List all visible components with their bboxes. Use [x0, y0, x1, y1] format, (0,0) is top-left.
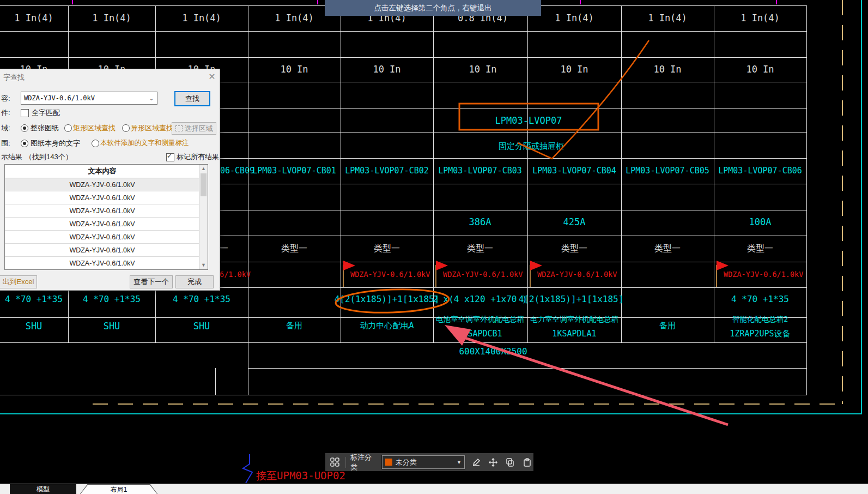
- cable-label: WDZA-YJV-0.6/1.0kV: [724, 270, 803, 279]
- content-label: 容:: [1, 94, 10, 104]
- grid-line: [527, 5, 528, 342]
- view-next-button[interactable]: 查看下一个: [130, 275, 173, 288]
- grid-icon[interactable]: [329, 456, 341, 469]
- grid-line: [341, 5, 341, 342]
- load-label: 1KSAPDCB1: [458, 329, 502, 339]
- type-fragment: 一: [220, 244, 228, 254]
- type-label: 类型一: [654, 244, 681, 254]
- cable-label: WDZA-YJV-0.6/1.0kV: [443, 270, 523, 279]
- mark-all-label: 标记所有结果: [177, 152, 219, 162]
- annotation-toolbar[interactable]: 标注分类 未分类 ▼: [325, 453, 533, 471]
- done-button[interactable]: 完成: [175, 275, 214, 288]
- chevron-down-icon[interactable]: ⌄: [146, 95, 157, 101]
- edit-icon[interactable]: [470, 456, 483, 469]
- cable-label: WDZA-YJV-0.6/1.0kV: [537, 270, 617, 279]
- prompt-bar: 点击左键选择第二个角点，右键退出: [325, 0, 541, 16]
- breaker-id: LPM03-LVOP07-CB01: [252, 166, 336, 176]
- list-header: 文本内容: [5, 165, 199, 178]
- cell-text: 10 In: [469, 64, 496, 75]
- scroll-thumb[interactable]: [201, 173, 207, 196]
- cell-text: 1 In(4): [275, 13, 314, 23]
- load-label: 电力室空调室外机配电总箱: [530, 315, 618, 323]
- cable-spec: 4 *70 +1*35: [83, 294, 141, 304]
- type-label: 类型一: [374, 244, 400, 254]
- tab-model[interactable]: 模型: [10, 484, 76, 494]
- export-excel-button[interactable]: 出到Excel: [0, 275, 37, 288]
- type-label: 类型一: [281, 244, 307, 254]
- text-find-dialog[interactable]: 字查找 ✕ 容: WDZA-YJV-0.6/1.0kV ⌄ 查找 件: 全字匹配…: [0, 69, 220, 291]
- list-item[interactable]: WDZA-YJV-0.6/1.0kV: [5, 204, 199, 218]
- load-label: SHU: [26, 321, 43, 332]
- grid-line: [0, 57, 807, 58]
- scope-drawing-radio[interactable]: [21, 140, 28, 147]
- search-content-value[interactable]: WDZA-YJV-0.6/1.0kV: [21, 94, 146, 102]
- load-label: 备用: [659, 321, 676, 330]
- cell-text: 1 In(4): [740, 13, 780, 23]
- chevron-down-icon: ▼: [457, 460, 462, 465]
- layout-tab-strip[interactable]: 模型 布局1: [0, 484, 868, 494]
- region-label: 域:: [1, 123, 10, 133]
- close-icon[interactable]: ✕: [206, 71, 218, 82]
- amp-rating: 425A: [563, 217, 586, 227]
- category-value: 未分类: [396, 457, 417, 467]
- find-button[interactable]: 查找: [174, 91, 210, 106]
- mark-all-checkbox[interactable]: [166, 153, 174, 161]
- category-dropdown[interactable]: 未分类 ▼: [382, 455, 465, 469]
- dialog-title: 字查找: [3, 73, 25, 82]
- tab-layout1-label: 布局1: [80, 485, 157, 494]
- list-item[interactable]: WDZA-YJV-0.6/1.0kV: [5, 178, 199, 191]
- tab-layout1[interactable]: 布局1: [80, 484, 158, 494]
- copy-icon[interactable]: [504, 456, 517, 469]
- load-label: 电池室空调室外机配电总箱: [436, 315, 524, 323]
- move-icon[interactable]: [487, 456, 500, 469]
- region-rect-radio[interactable]: [64, 124, 72, 132]
- select-region-label: 选择区域: [185, 124, 213, 134]
- region-poly-label: 异形区域查找: [131, 123, 173, 133]
- cell-text: 10 In: [560, 64, 588, 75]
- cell-text: 1 In(4): [648, 13, 687, 23]
- list-item[interactable]: WDZA-YJV-0.6/1.0kV: [5, 231, 199, 244]
- list-item[interactable]: WDZA-YJV-0.6/1.0kV: [5, 218, 199, 231]
- scroll-down-icon[interactable]: ▼: [199, 261, 208, 269]
- region-whole-radio[interactable]: [21, 124, 28, 132]
- load-label: 1KSAPDLA1: [552, 329, 596, 339]
- frame-border-line: [861, 0, 862, 414]
- grid-line: [215, 368, 216, 395]
- whole-word-checkbox[interactable]: [21, 109, 29, 117]
- scope-software-radio[interactable]: [92, 140, 99, 147]
- cell-text: 10 In: [373, 64, 400, 75]
- region-poly-radio[interactable]: [122, 124, 130, 132]
- category-color-swatch: [385, 459, 392, 466]
- frame-border-line: [0, 413, 862, 414]
- category-label: 标注分类: [350, 453, 378, 472]
- cell-text: 10 In: [653, 64, 681, 75]
- scope-software-label: 本软件添加的文字和测量标注: [100, 138, 189, 148]
- cell-text: 1 In(4): [182, 13, 221, 23]
- grid-line: [714, 5, 714, 342]
- paste-icon[interactable]: [521, 456, 533, 469]
- select-region-button[interactable]: 选择区域: [172, 122, 216, 135]
- grid-line: [0, 31, 807, 32]
- breaker-id: LPM03-LVOP07-CB02: [345, 166, 429, 176]
- scope-drawing-label: 图纸本身的文字: [31, 138, 80, 148]
- list-item[interactable]: WDZA-YJV-0.6/1.0kV: [5, 244, 199, 257]
- cable-spec: 4[2(1x185)]+1[1x185]: [519, 294, 624, 304]
- breaker-id: LPM03-LVOP07-CB06: [718, 166, 802, 176]
- list-item[interactable]: WDZA-YJV-0.6/1.0kV: [5, 191, 199, 204]
- scroll-up-icon[interactable]: ▲: [199, 165, 208, 173]
- breaker-id: LPM03-LVOP07-CB03: [438, 166, 522, 176]
- cable-spec: 2 x(4 x120 +1x70 ): [433, 294, 527, 304]
- list-item[interactable]: WDZA-YJV-0.6/1.0kV: [5, 257, 199, 270]
- cable-spec: 4 *70 +1*35: [173, 294, 230, 304]
- toolbar-separator: [345, 457, 346, 468]
- cell-text: 1 In(4): [92, 13, 131, 23]
- grid-line: [248, 5, 248, 395]
- result-list[interactable]: 文本内容 WDZA-YJV-0.6/1.0kV WDZA-YJV-0.6/1.0…: [4, 164, 208, 270]
- grid-line: [806, 5, 807, 395]
- cable-fragment: 6/1.0kV: [220, 270, 251, 279]
- load-label: 动力中心配电A: [360, 321, 414, 330]
- list-scrollbar[interactable]: ▲ ▼: [199, 165, 208, 269]
- cable-spec: 4 *70 +1*35: [5, 294, 63, 304]
- search-content-combo[interactable]: WDZA-YJV-0.6/1.0kV ⌄: [21, 92, 157, 105]
- type-label: 类型一: [747, 244, 773, 254]
